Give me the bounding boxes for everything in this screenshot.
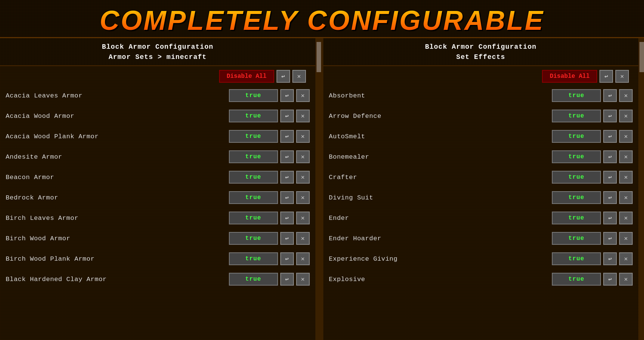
right-row-9-x-btn[interactable]: ✕ [619,273,633,286]
right-row-1-undo-btn[interactable]: ↩ [603,110,617,122]
left-row-2-x-btn[interactable]: ✕ [296,130,310,143]
left-row-7-x-btn[interactable]: ✕ [296,232,310,245]
right-row-2-undo-btn[interactable]: ↩ [603,130,617,143]
left-scrollbar[interactable] [317,38,321,340]
left-row-6: Birch Leaves Armor true ↩ ✕ [6,208,310,228]
right-row-3-value-btn[interactable]: true [552,150,601,163]
left-row-1-x-btn[interactable]: ✕ [296,110,310,122]
left-row-0-value-btn[interactable]: true [229,89,278,102]
left-control-row: Disable All ↩ ✕ [6,70,310,83]
left-row-9: Black Hardened Clay Armor true ↩ ✕ [6,269,310,289]
right-row-1-x-btn[interactable]: ✕ [619,110,633,122]
right-row-7-x-btn[interactable]: ✕ [619,232,633,245]
left-row-0-x-btn[interactable]: ✕ [296,89,310,102]
right-row-6-x-btn[interactable]: ✕ [619,212,633,224]
left-x-button[interactable]: ✕ [292,70,306,83]
left-scrollbar-thumb[interactable] [317,42,321,72]
panels-container: Block Armor Configuration Armor Sets > m… [0,38,644,340]
right-row-0-x-btn[interactable]: ✕ [619,89,633,102]
left-panel-title: Block Armor Configuration Armor Sets > m… [2,42,314,62]
right-x-button[interactable]: ✕ [615,70,629,83]
right-row-6: Ender true ↩ ✕ [329,208,633,228]
right-row-3: Bonemealer true ↩ ✕ [329,147,633,167]
right-row-7-value-btn[interactable]: true [552,232,601,245]
left-row-7: Birch Wood Armor true ↩ ✕ [6,229,310,248]
header: COMPLETELY CONFIGURABLE [0,0,644,38]
right-disable-all-button[interactable]: Disable All [542,70,597,83]
right-row-2: AutoSmelt true ↩ ✕ [329,127,633,146]
left-row-2-undo-btn[interactable]: ↩ [280,130,294,143]
left-row-5-undo-btn[interactable]: ↩ [280,191,294,204]
right-scrollbar[interactable] [639,38,644,340]
left-row-5: Bedrock Armor true ↩ ✕ [6,188,310,207]
left-row-2-value-btn[interactable]: true [229,130,278,143]
left-row-0-undo-btn[interactable]: ↩ [280,89,294,102]
right-row-3-undo-btn[interactable]: ↩ [603,150,617,163]
right-control-row: Disable All ↩ ✕ [329,70,633,83]
right-row-7: Ender Hoarder true ↩ ✕ [329,229,633,248]
left-row-1-value-btn[interactable]: true [229,110,278,122]
right-row-5-undo-btn[interactable]: ↩ [603,191,617,204]
right-row-1-value-btn[interactable]: true [552,110,601,122]
right-row-2-value-btn[interactable]: true [552,130,601,143]
right-row-8-undo-btn[interactable]: ↩ [603,252,617,265]
right-row-8-x-btn[interactable]: ✕ [619,252,633,265]
left-row-0: Acacia Leaves Armor true ↩ ✕ [6,86,310,105]
right-row-4-x-btn[interactable]: ✕ [619,171,633,184]
right-row-8-value-btn[interactable]: true [552,252,601,265]
left-row-1-undo-btn[interactable]: ↩ [280,110,294,122]
right-panel-header: Block Armor Configuration Set Effects [323,38,639,66]
right-row-0-undo-btn[interactable]: ↩ [603,89,617,102]
left-undo-button[interactable]: ↩ [276,70,290,83]
right-row-5-x-btn[interactable]: ✕ [619,191,633,204]
left-row-6-x-btn[interactable]: ✕ [296,212,310,224]
right-row-2-x-btn[interactable]: ✕ [619,130,633,143]
left-row-8-value-btn[interactable]: true [229,252,278,265]
right-row-7-undo-btn[interactable]: ↩ [603,232,617,245]
left-panel: Block Armor Configuration Armor Sets > m… [0,38,317,340]
left-row-8-undo-btn[interactable]: ↩ [280,252,294,265]
left-row-3-value-btn[interactable]: true [229,150,278,163]
left-row-4-value-btn[interactable]: true [229,171,278,184]
left-row-7-value-btn[interactable]: true [229,232,278,245]
right-panel: Block Armor Configuration Set Effects Di… [323,38,640,340]
right-undo-button[interactable]: ↩ [599,70,613,83]
left-row-7-undo-btn[interactable]: ↩ [280,232,294,245]
left-row-4-undo-btn[interactable]: ↩ [280,171,294,184]
left-table-area[interactable]: Disable All ↩ ✕ Acacia Leaves Armor true… [0,66,315,340]
right-table-area[interactable]: Disable All ↩ ✕ Absorbent true ↩ ✕ Arrow… [323,66,639,340]
left-row-3: Andesite Armor true ↩ ✕ [6,147,310,167]
right-row-8: Experience Giving true ↩ ✕ [329,249,633,269]
right-row-9: Explosive true ↩ ✕ [329,269,633,289]
right-scrollbar-thumb[interactable] [639,42,644,72]
right-row-5-value-btn[interactable]: true [552,191,601,204]
right-row-0: Absorbent true ↩ ✕ [329,86,633,105]
right-row-0-value-btn[interactable]: true [552,89,601,102]
right-row-5: Diving Suit true ↩ ✕ [329,188,633,207]
left-row-3-x-btn[interactable]: ✕ [296,150,310,163]
left-row-3-undo-btn[interactable]: ↩ [280,150,294,163]
right-row-4: Crafter true ↩ ✕ [329,167,633,187]
left-row-6-value-btn[interactable]: true [229,212,278,224]
left-disable-all-button[interactable]: Disable All [219,70,274,83]
left-row-9-undo-btn[interactable]: ↩ [280,273,294,286]
left-row-4: Beacon Armor true ↩ ✕ [6,167,310,187]
right-row-3-x-btn[interactable]: ✕ [619,150,633,163]
right-row-9-undo-btn[interactable]: ↩ [603,273,617,286]
left-row-8-x-btn[interactable]: ✕ [296,252,310,265]
left-row-5-x-btn[interactable]: ✕ [296,191,310,204]
left-row-1: Acacia Wood Armor true ↩ ✕ [6,106,310,126]
left-row-9-value-btn[interactable]: true [229,273,278,286]
right-row-4-value-btn[interactable]: true [552,171,601,184]
left-row-4-x-btn[interactable]: ✕ [296,171,310,184]
left-row-9-x-btn[interactable]: ✕ [296,273,310,286]
left-row-5-value-btn[interactable]: true [229,191,278,204]
right-row-6-undo-btn[interactable]: ↩ [603,212,617,224]
left-row-8: Birch Wood Plank Armor true ↩ ✕ [6,249,310,269]
right-panel-title: Block Armor Configuration Set Effects [325,42,637,62]
right-row-4-undo-btn[interactable]: ↩ [603,171,617,184]
right-row-1: Arrow Defence true ↩ ✕ [329,106,633,126]
left-row-6-undo-btn[interactable]: ↩ [280,212,294,224]
right-row-9-value-btn[interactable]: true [552,273,601,286]
right-row-6-value-btn[interactable]: true [552,212,601,224]
